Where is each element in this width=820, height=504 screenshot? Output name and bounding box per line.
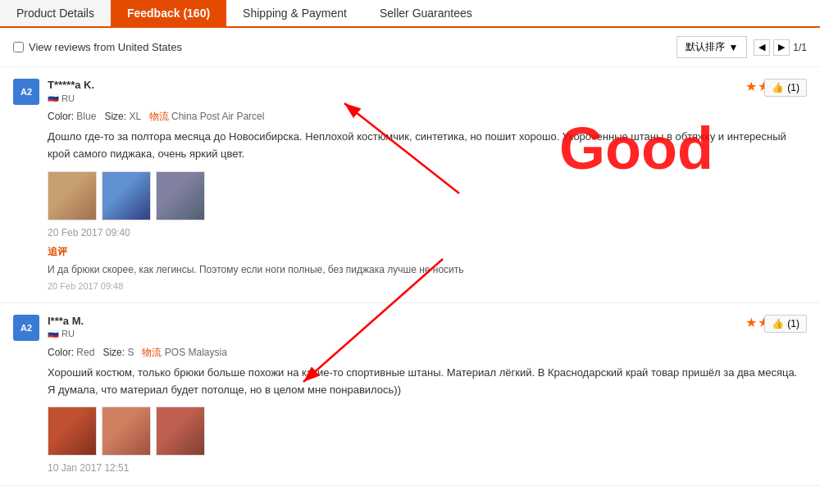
size-label-2: Size: — [102, 347, 125, 358]
sort-label: 默认排序 — [686, 40, 725, 54]
user-info-2: I***a M. 🇷🇺 RU — [48, 315, 729, 339]
review-content-1: Color: Blue Size: XL 物流 China Post Air P… — [48, 110, 807, 291]
review-header-1: A2 T*****a K. 🇷🇺 RU ★★★★★ — [13, 79, 807, 105]
pagination: ◀ ▶ 1/1 — [754, 39, 807, 56]
review-images-1 — [48, 171, 807, 220]
wuliu-label-2: 物流 — [142, 347, 162, 358]
seller-reply-label-1: 追评 — [48, 245, 807, 259]
color-value-2: Red — [76, 347, 94, 358]
country-1: RU — [61, 93, 75, 103]
like-button-2[interactable]: 👍 (1) — [764, 315, 807, 333]
tab-feedback[interactable]: Feedback (160) — [111, 0, 226, 26]
shipping-method-1: China Post Air Parcel — [171, 111, 264, 122]
us-reviews-label: View reviews from United States — [29, 41, 182, 53]
thumb-up-icon-1: 👍 — [772, 82, 784, 93]
like-count-2: (1) — [787, 318, 800, 329]
flag-1: 🇷🇺 RU — [48, 93, 729, 103]
review-text-1: Дошло где-то за полтора месяца до Новоси… — [48, 129, 807, 163]
wuliu-label-1: 物流 — [149, 111, 169, 122]
sort-pagination: 默认排序 ▼ ◀ ▶ 1/1 — [676, 36, 807, 58]
us-reviews-checkbox[interactable] — [13, 42, 24, 52]
review-content-2: Color: Red Size: S 物流 POS Malaysia Хорош… — [48, 346, 807, 474]
like-count-1: (1) — [787, 82, 800, 93]
us-reviews-filter[interactable]: View reviews from United States — [13, 41, 182, 53]
country-2: RU — [61, 329, 75, 338]
size-value-1: XL — [129, 111, 140, 122]
review-date-1: 20 Feb 2017 09:40 — [48, 227, 807, 238]
color-label-2: Color: — [48, 347, 74, 358]
like-button-1[interactable]: 👍 (1) — [764, 79, 807, 97]
review-thumb-1-2[interactable] — [102, 171, 151, 220]
flag-icon-1: 🇷🇺 — [48, 93, 59, 103]
reply-text-1: И да брюки скорее, как легинсы. Поэтому … — [48, 262, 807, 278]
review-thumb-1-3[interactable] — [156, 171, 205, 220]
review-date-2: 10 Jan 2017 12:51 — [48, 462, 807, 474]
review-thumb-2-2[interactable] — [102, 406, 151, 456]
review-thumb-2-1[interactable] — [48, 406, 97, 456]
color-size-2: Color: Red Size: S 物流 POS Malaysia — [48, 346, 807, 360]
filter-bar: View reviews from United States 默认排序 ▼ ◀… — [0, 28, 820, 67]
user-info-1: T*****a K. 🇷🇺 RU — [48, 79, 729, 103]
color-value-1: Blue — [76, 111, 96, 122]
review-thumb-1-1[interactable] — [48, 171, 97, 220]
chevron-down-icon: ▼ — [728, 42, 738, 53]
prev-page-button[interactable]: ◀ — [754, 39, 770, 56]
review-header-2: A2 I***a M. 🇷🇺 RU ★★★★★ — [13, 315, 807, 341]
tab-seller[interactable]: Seller Guarantees — [363, 0, 489, 26]
review-text-2: Хороший костюм, только брюки больше похо… — [48, 365, 807, 399]
review-thumb-2-3[interactable] — [156, 406, 205, 456]
avatar-2: A2 — [13, 315, 39, 341]
shipping-method-2: POS Malaysia — [165, 347, 227, 358]
avatar-1: A2 — [13, 79, 39, 105]
reviews-list: 👍 (1) A2 T*****a K. 🇷🇺 RU ★★★★★ Color: B — [0, 67, 820, 486]
color-size-1: Color: Blue Size: XL 物流 China Post Air P… — [48, 110, 807, 124]
size-label-1: Size: — [104, 111, 126, 122]
tab-bar: Product Details Feedback (160) Shipping … — [0, 0, 820, 28]
review-item: 👍 (1) A2 T*****a K. 🇷🇺 RU ★★★★★ Color: B — [0, 67, 820, 303]
username-2: I***a M. — [48, 315, 729, 327]
username-1: T*****a K. — [48, 79, 729, 91]
page-info: 1/1 — [793, 42, 807, 53]
reply-date-1: 20 Feb 2017 09:48 — [48, 281, 807, 291]
size-value-2: S — [127, 347, 134, 358]
flag-icon-2: 🇷🇺 — [48, 329, 59, 339]
thumb-up-icon-2: 👍 — [772, 318, 784, 329]
tab-shipping[interactable]: Shipping & Payment — [226, 0, 363, 26]
review-item-2: 👍 (1) A2 I***a M. 🇷🇺 RU ★★★★★ Color: Red — [0, 303, 820, 487]
next-page-button[interactable]: ▶ — [773, 39, 790, 56]
review-images-2 — [48, 406, 807, 456]
flag-2: 🇷🇺 RU — [48, 329, 729, 339]
sort-button[interactable]: 默认排序 ▼ — [676, 36, 747, 58]
color-label-1: Color: — [48, 111, 74, 122]
tab-product-details[interactable]: Product Details — [0, 0, 111, 26]
